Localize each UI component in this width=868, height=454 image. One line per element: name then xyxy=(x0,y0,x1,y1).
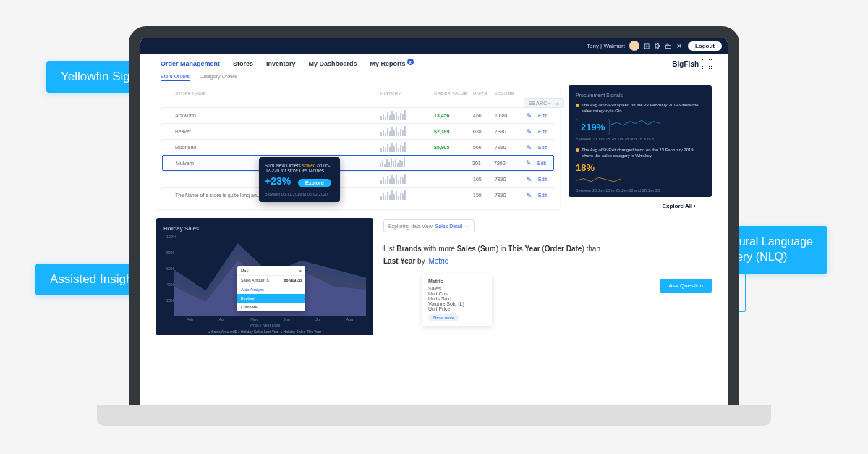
volume: 7890 xyxy=(495,145,521,150)
edit-link[interactable]: Edit xyxy=(538,145,554,150)
metric-option[interactable]: Units Sold xyxy=(428,296,486,301)
table-row[interactable]: 1657890✎Edit xyxy=(162,171,554,187)
nav-stores[interactable]: Stores xyxy=(233,60,253,67)
close-icon[interactable]: × xyxy=(299,269,302,273)
signal-percent: 219% xyxy=(576,119,610,135)
main-nav: Order Management Stores Inventory My Das… xyxy=(140,54,728,74)
volume: 1,680 xyxy=(495,113,521,118)
brand-icon xyxy=(702,59,712,69)
units: 566 xyxy=(473,145,492,150)
table-row[interactable]: Ackworth13,4564561,680✎Edit xyxy=(162,107,554,123)
units: 638 xyxy=(473,129,492,134)
table-row[interactable]: The Name of a store is quite long an...1… xyxy=(162,187,554,203)
signal-percent: 18% xyxy=(576,162,705,173)
store-name: Beaver xyxy=(175,129,378,134)
tab-category-orders[interactable]: Category Orders xyxy=(200,74,237,81)
avatar[interactable] xyxy=(629,41,639,51)
volume: 7890 xyxy=(494,161,520,166)
col-order-value: ORDER VALUE xyxy=(434,91,470,96)
auto-analyze-option[interactable]: Auto Analyze xyxy=(237,285,305,294)
col-units: UNITS xyxy=(473,91,492,96)
store-name: Moorland xyxy=(175,145,378,150)
edit-link[interactable]: Edit xyxy=(538,193,554,198)
edit-icon[interactable]: ✎ xyxy=(524,144,535,151)
edit-icon[interactable]: ✎ xyxy=(524,112,535,119)
edit-link[interactable]: Edit xyxy=(538,129,554,134)
signal-item[interactable]: The Avg of % Exit changed trend on the 2… xyxy=(576,147,705,159)
tab-store-orders[interactable]: Store Orders xyxy=(161,74,190,81)
store-name: Ackworth xyxy=(175,113,378,118)
nav-order-management[interactable]: Order Management xyxy=(161,60,220,67)
edit-link[interactable]: Edit xyxy=(538,177,554,182)
metric-option[interactable]: Sales xyxy=(428,286,486,291)
table-row[interactable]: Beaver$2,1896387890✎Edit xyxy=(162,123,554,139)
signal-sparkline-icon xyxy=(576,175,626,185)
orders-table: STORE NAME HISTORY ORDER VALUE UNITS VOL… xyxy=(156,85,560,209)
explore-option[interactable]: Explore xyxy=(237,294,305,303)
metric-option[interactable]: Volume Sold (L) xyxy=(428,301,486,306)
chevron-down-icon: ⌄ xyxy=(465,223,469,229)
sparkline-icon xyxy=(380,191,431,200)
volume: 7890 xyxy=(495,129,521,134)
nav-my-dashboards[interactable]: My Dashboards xyxy=(309,60,357,67)
metric-option[interactable]: Unit Cost xyxy=(428,291,486,296)
ask-question-button[interactable]: Ask Question xyxy=(660,279,712,293)
volume: 7890 xyxy=(495,193,521,198)
metric-option[interactable]: Unit Price xyxy=(428,306,486,311)
insight-tooltip: Sum New Orders spiked on 05-02-220 for s… xyxy=(259,157,340,202)
compare-option[interactable]: Compare xyxy=(237,303,305,311)
signal-item[interactable]: The Avg of % Exit spiked on the 23 Febru… xyxy=(576,102,705,114)
edit-icon[interactable]: ✎ xyxy=(524,192,535,199)
app-header: Tony | Walmart ⊞ ⚙ 🗀 ✕ Logout xyxy=(140,38,728,54)
user-label: Tony | Walmart xyxy=(587,43,625,49)
logout-button[interactable]: Logout xyxy=(688,41,722,51)
table-row[interactable]: Moorland$6,9055667890✎Edit xyxy=(162,139,554,155)
nlq-input[interactable]: List Brands with more Sales (Sum) in Thi… xyxy=(383,243,712,267)
nav-inventory[interactable]: Inventory xyxy=(266,60,296,67)
nlq-metric-dropdown[interactable]: Metric Sales Unit Cost Units Sold Volume… xyxy=(422,274,492,326)
brand-logo: BigFish xyxy=(672,59,712,69)
sparkline-icon xyxy=(380,127,431,136)
sparkline-icon xyxy=(380,159,430,167)
units: 159 xyxy=(473,193,492,198)
signal-sparkline-icon xyxy=(611,117,662,127)
nlq-panel: Exploring data view Sales Detail ⌄ List … xyxy=(383,218,712,335)
show-more-button[interactable]: Show more xyxy=(428,314,459,321)
sparkline-icon xyxy=(380,143,431,152)
col-volume: VOLUME xyxy=(495,91,521,96)
edit-icon[interactable]: ✎ xyxy=(523,159,535,167)
units: 456 xyxy=(473,113,492,118)
sparkline-icon xyxy=(380,175,431,184)
edit-icon[interactable]: ✎ xyxy=(524,128,535,135)
search-icon: ⌕ xyxy=(556,101,559,106)
explore-button[interactable]: Explore xyxy=(298,179,331,187)
volume: 7890 xyxy=(495,177,521,182)
laptop-base xyxy=(97,405,771,426)
grid-icon[interactable]: ⊞ xyxy=(644,42,650,50)
units: 165 xyxy=(473,177,492,182)
folder-icon[interactable]: 🗀 xyxy=(665,42,672,50)
laptop-screen: Tony | Walmart ⊞ ⚙ 🗀 ✕ Logout Order Mana… xyxy=(129,26,739,424)
col-history: HISTORY xyxy=(380,91,431,96)
col-store-name: STORE NAME xyxy=(175,91,378,96)
sparkline-icon xyxy=(380,112,431,120)
insight-percent: +23% xyxy=(265,175,291,187)
explore-all-link[interactable]: Explore All › xyxy=(569,197,712,209)
table-row[interactable]: Mulvern3017890✎Edit xyxy=(162,155,554,171)
edit-link[interactable]: Edit xyxy=(537,161,553,166)
edit-icon[interactable]: ✎ xyxy=(524,176,535,183)
units: 301 xyxy=(472,161,491,166)
edit-link[interactable]: Edit xyxy=(538,113,554,118)
reports-badge: 2 xyxy=(407,59,414,65)
tools-icon[interactable]: ✕ xyxy=(676,42,682,50)
nav-my-reports[interactable]: My Reports2 xyxy=(370,60,414,68)
order-value: $6,905 xyxy=(434,145,470,150)
holiday-sales-chart: Holiday Sales 100%80%60%40%20% May× Sale… xyxy=(156,218,373,335)
order-value: 13,456 xyxy=(434,113,470,118)
search-input[interactable]: Search⌕ xyxy=(524,98,564,108)
chart-tooltip: May× Sales Amount $86,919.38 Auto Analyz… xyxy=(237,266,305,311)
gear-icon[interactable]: ⚙ xyxy=(654,42,660,50)
nlq-dataview-select[interactable]: Exploring data view Sales Detail ⌄ xyxy=(383,219,475,232)
signals-panel: Procurement Signals The Avg of % Exit sp… xyxy=(569,85,712,197)
order-value: $2,189 xyxy=(434,129,470,134)
